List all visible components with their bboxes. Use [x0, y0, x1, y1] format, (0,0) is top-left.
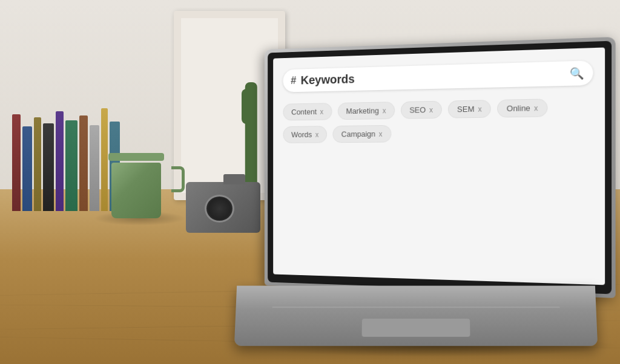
book-3 [34, 117, 41, 211]
book-7 [79, 115, 88, 211]
tag-label-words: Words [291, 130, 312, 139]
tag-marketing[interactable]: Marketing x [337, 102, 394, 120]
tag-seo[interactable]: SEO x [400, 101, 441, 119]
search-icon[interactable]: 🔍 [569, 67, 584, 81]
search-input-value[interactable]: Keywords [300, 67, 564, 87]
tag-content[interactable]: Content x [283, 103, 332, 120]
mug-body [111, 163, 161, 218]
laptop-trackpad[interactable] [361, 319, 470, 337]
tag-close-campaign[interactable]: x [379, 130, 383, 138]
tag-close-online[interactable]: x [534, 104, 538, 113]
tag-label-content: Content [291, 108, 317, 117]
tag-close-marketing[interactable]: x [382, 106, 386, 115]
tag-label-seo: SEO [409, 105, 426, 114]
tag-label-online: Online [507, 103, 530, 113]
tags-area: Content x Marketing x SEO x SEM [283, 98, 593, 143]
tag-close-seo[interactable]: x [429, 106, 433, 114]
book-6 [65, 120, 78, 211]
tag-campaign[interactable]: Campaign x [333, 125, 391, 143]
hash-icon: # [291, 74, 296, 86]
laptop-screen-display: # Keywords 🔍 Content x Marketing x [273, 48, 605, 285]
tag-label-campaign: Campaign [341, 129, 375, 138]
book-9 [101, 108, 108, 211]
book-5 [56, 111, 64, 211]
camera-lens [205, 195, 234, 223]
laptop-screen-outer: # Keywords 🔍 Content x Marketing x [265, 37, 616, 298]
tag-close-content[interactable]: x [320, 108, 323, 116]
mug-rim [108, 153, 164, 161]
laptop-base [234, 286, 598, 346]
laptop: # Keywords 🔍 Content x Marketing x [236, 44, 607, 346]
tag-close-words[interactable]: x [315, 131, 319, 139]
book-1 [12, 114, 21, 211]
tag-close-sem[interactable]: x [478, 105, 481, 113]
laptop-hinge-line [272, 307, 560, 308]
search-bar[interactable]: # Keywords 🔍 [283, 60, 593, 93]
tag-online[interactable]: Online x [497, 99, 547, 118]
book-8 [90, 125, 99, 211]
tag-label-marketing: Marketing [346, 106, 378, 116]
laptop-screen-bezel: # Keywords 🔍 Content x Marketing x [268, 41, 612, 294]
tag-words[interactable]: Words x [283, 126, 327, 143]
book-2 [22, 126, 32, 211]
book-4 [43, 123, 54, 211]
tag-label-sem: SEM [457, 105, 474, 114]
mug-handle [171, 166, 185, 192]
coffee-mug [111, 153, 173, 218]
screen-content: # Keywords 🔍 Content x Marketing x [273, 48, 605, 285]
tag-sem[interactable]: SEM x [448, 100, 491, 119]
